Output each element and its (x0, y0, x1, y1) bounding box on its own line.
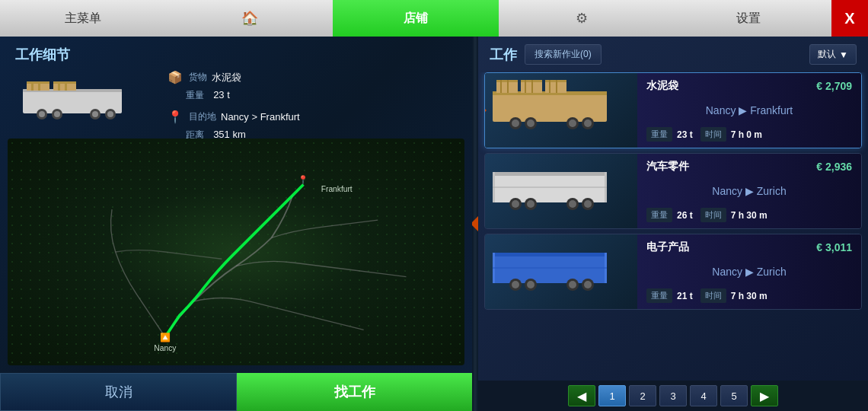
page-5-button[interactable]: 5 (720, 385, 748, 406)
job-2-info: 汽车零件 € 2,936 Nancy ▶ Zurich 重量 26 t (637, 154, 861, 228)
svg-rect-0 (23, 89, 122, 113)
svg-point-67 (569, 281, 576, 288)
job-3-weight-value: 21 t (677, 291, 693, 301)
route-arrow-icon: ▶ (739, 104, 750, 116)
left-panel: 工作细节 (0, 37, 472, 411)
job-item-1[interactable]: 水泥袋 € 2,709 Nancy ▶ Frankfurt 重量 23 t (484, 72, 862, 148)
dest-value: Nancy > Frankfurt (221, 111, 300, 123)
svg-rect-13 (38, 81, 40, 91)
job-1-trailer-svg (489, 76, 633, 145)
left-panel-title: 工作细节 (0, 37, 472, 70)
weight-label-3: 重量 (646, 288, 672, 303)
svg-point-43 (584, 119, 592, 127)
svg-rect-45 (493, 172, 607, 176)
nav-settings[interactable]: 设置 (665, 0, 831, 37)
job-1-cargo: 水泥袋 (646, 79, 678, 93)
job-1-from: Nancy (706, 104, 736, 116)
svg-rect-26 (500, 80, 502, 93)
svg-rect-31 (531, 80, 533, 93)
time-label-2: 时间 (700, 208, 726, 222)
time-label-1: 时间 (700, 127, 726, 142)
job-item-3[interactable]: 电子产品 € 3,011 Nancy ▶ Zurich 重量 21 t (484, 234, 862, 310)
job-2-price: € 2,936 (816, 161, 852, 173)
svg-point-7 (92, 111, 98, 117)
job-1-meta: 重量 23 t 时间 7 h 0 m (646, 127, 852, 142)
weight-label-1: 重量 (646, 127, 672, 142)
svg-rect-30 (525, 80, 526, 93)
close-button[interactable]: X (831, 0, 868, 37)
shop-label: 店铺 (404, 11, 428, 27)
job-1-weight-item: 重量 23 t (646, 127, 693, 142)
svg-rect-12 (31, 81, 34, 91)
job-2-to: Zurich (757, 185, 787, 197)
page-next-button[interactable]: ▶ (751, 385, 778, 406)
gear-icon: ⚙ (576, 10, 588, 27)
page-2-button[interactable]: 2 (629, 385, 656, 406)
cancel-button[interactable]: 取消 (0, 373, 237, 411)
svg-point-69 (584, 281, 592, 288)
job-list: 水泥袋 € 2,709 Nancy ▶ Frankfurt 重量 23 t (478, 72, 868, 381)
svg-rect-17 (65, 81, 67, 91)
job-3-weight-item: 重量 21 t (646, 288, 693, 303)
job-2-trailer-image (485, 154, 637, 228)
svg-point-50 (512, 200, 519, 208)
svg-point-54 (569, 200, 576, 208)
job-2-cargo: 汽车零件 (646, 160, 689, 174)
nav-gear[interactable]: ⚙ (499, 0, 665, 37)
svg-rect-27 (507, 80, 509, 93)
job-item-2[interactable]: 汽车零件 € 2,936 Nancy ▶ Zurich 重量 26 t (484, 153, 862, 229)
page-4-button[interactable]: 4 (690, 385, 717, 406)
filter-button[interactable]: 搜索新作业(0) (525, 44, 602, 65)
find-job-button[interactable]: 找工作 (237, 373, 472, 411)
time-label-3: 时间 (700, 288, 726, 303)
sort-label: 默认 (818, 48, 836, 61)
nav-shop[interactable]: 店铺 (333, 0, 499, 37)
job-2-weight-value: 26 t (677, 210, 693, 221)
job-1-to: Frankfurt (750, 104, 793, 116)
sort-button[interactable]: 默认 ▼ (809, 44, 857, 65)
svg-point-39 (527, 119, 535, 127)
svg-text:📍: 📍 (298, 174, 308, 185)
nav-home[interactable]: 🏠 (166, 0, 332, 37)
panel-divider (472, 37, 478, 411)
svg-text:🔼: 🔼 (160, 332, 171, 342)
job-1-route: Nancy ▶ Frankfurt (646, 104, 852, 116)
svg-point-41 (569, 119, 576, 127)
job-3-cargo: 电子产品 (646, 241, 689, 254)
weight-value: 23 t (213, 89, 230, 100)
route-arrow-icon-3: ▶ (745, 266, 757, 278)
cargo-detail-row: 📦 货物 水泥袋 (168, 70, 457, 84)
job-3-top-row: 电子产品 € 3,011 (646, 241, 852, 254)
page-1-button[interactable]: 1 (598, 385, 626, 406)
svg-point-65 (527, 281, 535, 288)
job-1-time-item: 时间 7 h 0 m (700, 127, 762, 142)
sort-chevron-icon: ▼ (839, 49, 848, 60)
truck-svg (19, 78, 148, 123)
svg-point-56 (584, 200, 592, 208)
nav-main-menu[interactable]: 主菜单 (0, 0, 166, 37)
svg-text:Nancy: Nancy (154, 344, 177, 352)
job-3-time-value: 7 h 30 m (731, 291, 767, 301)
right-panel: 工作 搜索新作业(0) 默认 ▼ (478, 37, 868, 411)
job-2-time-value: 7 h 30 m (731, 210, 767, 221)
svg-point-37 (512, 119, 519, 127)
selected-arrow-icon (484, 103, 487, 118)
settings-label: 设置 (736, 11, 761, 27)
weight-label-2: 重量 (646, 208, 672, 222)
cargo-label: 货物 (189, 71, 207, 84)
page-prev-button[interactable]: ◀ (568, 385, 595, 406)
job-2-route: Nancy ▶ Zurich (646, 185, 852, 197)
job-2-trailer-svg (489, 157, 633, 225)
svg-rect-58 (493, 253, 607, 256)
cargo-value: 水泥袋 (212, 71, 241, 84)
svg-rect-22 (493, 91, 607, 122)
job-3-meta: 重量 21 t 时间 7 h 30 m (646, 288, 852, 303)
job-details-text: 📦 货物 水泥袋 重量 23 t 📍 目的地 Nancy > Frankfurt… (168, 70, 457, 142)
svg-point-52 (527, 200, 535, 208)
svg-point-5 (54, 111, 60, 117)
job-2-top-row: 汽车零件 € 2,936 (646, 160, 852, 174)
page-3-button[interactable]: 3 (659, 385, 687, 406)
job-3-to: Zurich (757, 266, 787, 278)
top-navigation: 主菜单 🏠 店铺 ⚙ 设置 X (0, 0, 868, 37)
home-icon: 🏠 (241, 10, 258, 27)
